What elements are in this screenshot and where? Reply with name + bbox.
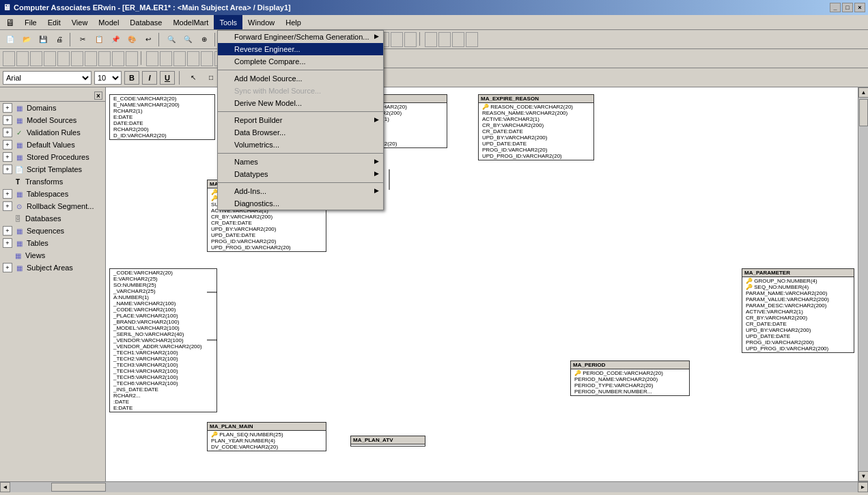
- underline-button[interactable]: U: [160, 71, 175, 85]
- font-name-select[interactable]: Arial: [3, 71, 92, 85]
- tree-item-subject-areas[interactable]: + ▦ Subject Areas: [0, 261, 105, 274]
- tb2-btn-15[interactable]: [201, 51, 213, 66]
- tb2-btn-5[interactable]: [57, 51, 70, 66]
- tb-btn-15[interactable]: [425, 32, 437, 47]
- tb2-btn-10[interactable]: [126, 51, 138, 66]
- scroll-left-button[interactable]: ◄: [0, 482, 10, 492]
- draw-select[interactable]: ↖: [186, 70, 201, 85]
- h-scroll-thumb[interactable]: [51, 483, 106, 492]
- tb-btn-16[interactable]: [438, 32, 451, 47]
- tree-item-domains[interactable]: + ▦ Domains: [0, 102, 105, 114]
- expander-subject-areas[interactable]: +: [3, 263, 12, 272]
- tree-item-stored-procedures[interactable]: + ▦ Stored Procedures: [0, 151, 105, 163]
- er-table-1[interactable]: E_CODE:VARCHAR2(20) E_NAME:VARCHAR2(200)…: [109, 94, 215, 140]
- menu-diagnostics[interactable]: Diagnostics...: [218, 197, 383, 210]
- tb2-btn-1[interactable]: [3, 51, 15, 66]
- tb-btn-17[interactable]: [452, 32, 464, 47]
- expander-default-values[interactable]: +: [3, 140, 12, 150]
- menu-add-model-source[interactable]: Add Model Source...: [218, 72, 383, 85]
- expander-rollback-segments[interactable]: +: [3, 201, 12, 211]
- menu-modelmart[interactable]: ModelMart: [167, 15, 214, 29]
- cut-button[interactable]: ✂: [75, 32, 90, 47]
- tb2-btn-8[interactable]: [98, 51, 111, 66]
- undo-button[interactable]: ↩: [141, 32, 156, 47]
- maximize-button[interactable]: □: [842, 3, 853, 12]
- zoom-in-button[interactable]: 🔍: [180, 32, 195, 47]
- menu-add-ins[interactable]: Add-Ins...: [218, 185, 383, 197]
- menu-volumetrics[interactable]: Volumetrics...: [218, 139, 383, 151]
- menu-file[interactable]: File: [19, 15, 42, 29]
- menu-forward-engineer[interactable]: Forward Engineer/Schema Generation...: [218, 31, 383, 43]
- zoom-out-button[interactable]: 🔍: [164, 32, 179, 47]
- tb2-btn-2[interactable]: [16, 51, 29, 66]
- tree-item-script-templates[interactable]: + 📄 Script Templates: [0, 163, 105, 175]
- er-table-ma-expire-reason[interactable]: MA_EXPIRE_REASON 🔑 REASON_CODE:VARCHAR2(…: [478, 94, 594, 160]
- bold-button[interactable]: B: [124, 71, 139, 85]
- font-size-select[interactable]: 10: [94, 71, 122, 85]
- scroll-right-button[interactable]: ►: [858, 482, 868, 492]
- tb2-btn-7[interactable]: [85, 51, 97, 66]
- menu-edit[interactable]: Edit: [42, 15, 66, 29]
- tb-btn-18[interactable]: [466, 32, 478, 47]
- menu-system[interactable]: 🖥: [1, 15, 19, 29]
- menu-report-builder[interactable]: Report Builder: [218, 114, 383, 126]
- expander-validation-rules[interactable]: +: [3, 128, 12, 137]
- tb2-btn-9[interactable]: [112, 51, 124, 66]
- italic-button[interactable]: I: [142, 71, 157, 85]
- expander-stored-procedures[interactable]: +: [3, 152, 12, 162]
- draw-rect[interactable]: □: [204, 70, 219, 85]
- scroll-thumb[interactable]: [859, 99, 868, 126]
- tb2-btn-14[interactable]: [187, 51, 199, 66]
- open-button[interactable]: 📂: [19, 32, 34, 47]
- tree-item-tables[interactable]: + ▦ Tables: [0, 237, 105, 249]
- minimize-button[interactable]: _: [830, 3, 841, 12]
- menu-derive-new-model[interactable]: Derive New Model...: [218, 97, 383, 109]
- tb2-btn-11[interactable]: [146, 51, 158, 66]
- tree-item-model-sources[interactable]: + ▦ Model Sources: [0, 114, 105, 126]
- panel-close-button[interactable]: ×: [94, 91, 102, 100]
- expander-tablespaces[interactable]: +: [3, 189, 12, 199]
- new-button[interactable]: 📄: [3, 32, 18, 47]
- expander-model-sources[interactable]: +: [3, 115, 12, 125]
- tb2-btn-6[interactable]: [71, 51, 83, 66]
- menu-model[interactable]: Model: [93, 15, 124, 29]
- menu-help[interactable]: Help: [280, 15, 307, 29]
- paste-button[interactable]: 📌: [108, 32, 123, 47]
- expander-domains[interactable]: +: [3, 103, 12, 113]
- copy-button[interactable]: 📋: [92, 32, 107, 47]
- scroll-up-button[interactable]: ▲: [858, 87, 868, 98]
- tree-item-default-values[interactable]: + ▦ Default Values: [0, 139, 105, 151]
- zoom-reset-button[interactable]: ⊕: [197, 32, 212, 47]
- tree-item-validation-rules[interactable]: + ✓ Validation Rules: [0, 126, 105, 139]
- er-table-ma-plan-main[interactable]: MA_PLAN_MAIN 🔑 PLAN_SEQ:NUMBER(25) PLAN_…: [207, 422, 326, 451]
- expander-tables[interactable]: +: [3, 238, 12, 248]
- tb-btn-14[interactable]: [404, 32, 417, 47]
- er-table-ma-period[interactable]: MA_PERIOD 🔑 PERIOD_CODE:VARCHAR2(20) PER…: [570, 360, 690, 396]
- save-button[interactable]: 💾: [36, 32, 51, 47]
- menu-tools[interactable]: Tools: [214, 15, 242, 29]
- close-button[interactable]: ×: [854, 3, 865, 12]
- menu-data-browser[interactable]: Data Browser...: [218, 126, 383, 139]
- menu-datatypes[interactable]: Datatypes: [218, 168, 383, 180]
- print-button[interactable]: 🖨: [52, 32, 67, 47]
- expander-script-templates[interactable]: +: [3, 165, 12, 174]
- menu-database[interactable]: Database: [124, 15, 167, 29]
- menu-complete-compare[interactable]: Complete Compare...: [218, 55, 383, 68]
- menu-window[interactable]: Window: [242, 15, 280, 29]
- tree-item-sequences[interactable]: + ▦ Sequences: [0, 225, 105, 237]
- menu-names[interactable]: Names: [218, 156, 383, 168]
- tree-item-databases[interactable]: 🗄 Databases: [0, 212, 105, 225]
- er-table-left-bottom[interactable]: _CODE:VARCHAR2(20) E:VARCHAR2(25) SO:NUM…: [109, 268, 217, 412]
- er-table-ma-plan-atv[interactable]: MA_PLAN_ATV: [350, 436, 425, 447]
- format-button[interactable]: 🎨: [124, 32, 139, 47]
- tree-item-tablespaces[interactable]: + ▦ Tablespaces: [0, 188, 105, 200]
- scroll-down-button[interactable]: ▼: [858, 471, 868, 481]
- tree-item-rollback-segments[interactable]: + ⊙ Rollback Segment...: [0, 200, 105, 212]
- tb2-btn-3[interactable]: [30, 51, 42, 66]
- menu-view[interactable]: View: [66, 15, 94, 29]
- tree-item-views[interactable]: ▦ Views: [0, 249, 105, 261]
- tb2-btn-4[interactable]: [44, 51, 56, 66]
- tb-btn-13[interactable]: [391, 32, 403, 47]
- menu-reverse-engineer[interactable]: Reverse Engineer...: [218, 43, 383, 55]
- tb2-btn-12[interactable]: [160, 51, 172, 66]
